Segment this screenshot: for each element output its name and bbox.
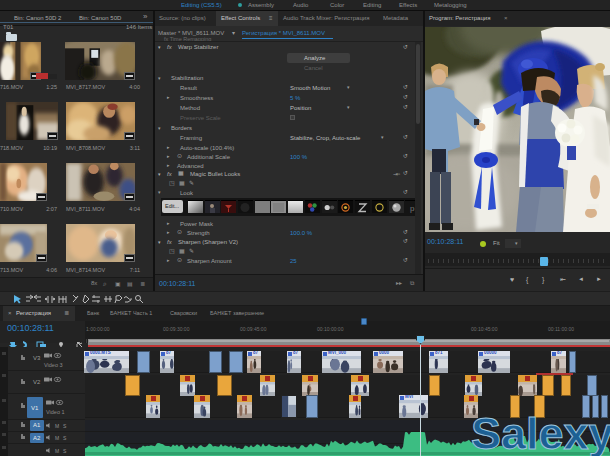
svg-text:S: S [63, 448, 67, 453]
svg-text:S: S [63, 423, 67, 428]
svg-text:M: M [55, 435, 59, 440]
svg-text:M: M [55, 448, 59, 453]
svg-text:S: S [63, 435, 67, 440]
svg-text:M: M [55, 423, 59, 428]
